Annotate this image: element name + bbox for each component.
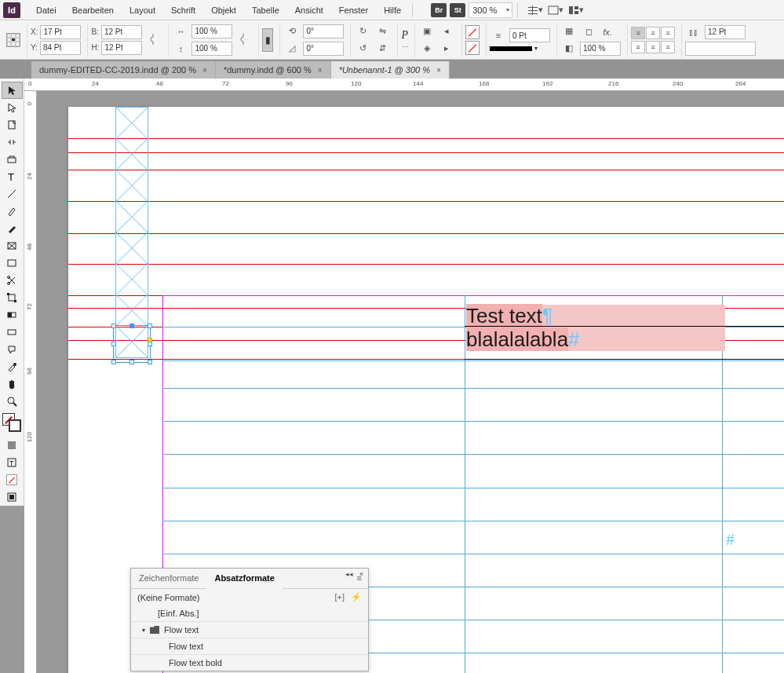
arrange-icon[interactable]: ▾: [567, 2, 585, 18]
format-text-icon[interactable]: T: [2, 454, 23, 471]
free-transform-tool[interactable]: [2, 289, 23, 306]
eyedropper-tool[interactable]: [2, 358, 23, 375]
apply-color-icon[interactable]: [2, 437, 23, 454]
constrain-icon[interactable]: [144, 32, 162, 48]
content-collector-tool[interactable]: [2, 151, 23, 168]
rotate-90cw-icon[interactable]: ↻: [354, 24, 371, 39]
clear-overrides-icon[interactable]: ⚡: [351, 592, 362, 602]
scalex-field[interactable]: 100 %: [191, 24, 232, 38]
stroke-weight-field[interactable]: 0 Pt: [509, 28, 550, 42]
screen-mode-tool[interactable]: [2, 488, 23, 506]
constrain-scale-icon[interactable]: [235, 32, 252, 48]
new-style-icon[interactable]: [+]: [334, 592, 345, 602]
selection-tool[interactable]: [2, 82, 23, 99]
style-flow-text-bold[interactable]: Flow text bold: [131, 655, 368, 671]
line-tool[interactable]: [2, 185, 23, 203]
reference-point[interactable]: [6, 33, 20, 47]
content-grabber-icon[interactable]: ▮: [262, 28, 273, 52]
shear-field[interactable]: 0°: [303, 42, 344, 56]
fill-stroke-swatch[interactable]: [2, 413, 21, 432]
menu-fenster[interactable]: Fenster: [331, 2, 376, 18]
flip-h-icon[interactable]: ⇋: [374, 24, 391, 39]
width-field[interactable]: 12 Pt: [101, 25, 142, 39]
select-container-icon[interactable]: ▣: [418, 24, 436, 39]
menu-objekt[interactable]: Objekt: [203, 2, 244, 18]
close-tab-icon[interactable]: ×: [318, 66, 323, 75]
pencil-tool[interactable]: [2, 220, 23, 237]
graphic-frame[interactable]: [115, 107, 148, 358]
apply-none-icon[interactable]: [2, 471, 23, 488]
rotate-90ccw-icon[interactable]: ↺: [354, 41, 371, 57]
select-prev-icon[interactable]: ◂: [438, 24, 455, 39]
text-frame[interactable]: Test text¶ blalalalabla#: [466, 305, 725, 351]
stroke-style[interactable]: [490, 46, 532, 51]
panel-tab-charstyles[interactable]: Zeichenformate: [131, 569, 206, 588]
chevron-down-icon[interactable]: ▾: [142, 627, 145, 634]
panel-collapse-icon[interactable]: ◂◂: [345, 570, 353, 578]
zoom-tool[interactable]: [2, 393, 23, 410]
close-tab-icon[interactable]: ×: [202, 66, 207, 75]
gradient-swatch-tool[interactable]: [2, 306, 23, 324]
document-tab-3[interactable]: *Unbenannt-1 @ 300 %×: [331, 61, 450, 79]
selection-bounds[interactable]: [113, 325, 151, 363]
align-top-icon[interactable]: ≡: [631, 41, 645, 53]
note-tool[interactable]: [2, 341, 23, 358]
gap-tool[interactable]: [2, 134, 23, 151]
hand-tool[interactable]: [2, 375, 23, 393]
panel-close-icon[interactable]: ×: [359, 570, 363, 578]
rotate-field[interactable]: 0°: [303, 24, 344, 38]
x-field[interactable]: 17 Pt: [40, 25, 81, 39]
align-right-icon[interactable]: ≡: [661, 27, 675, 39]
menu-datei[interactable]: Datei: [28, 2, 64, 18]
opacity-field[interactable]: 100 %: [580, 42, 621, 56]
menu-ansicht[interactable]: Ansicht: [287, 2, 331, 18]
align-left-icon[interactable]: ≡: [631, 27, 645, 39]
align-mid-icon[interactable]: ≡: [646, 41, 660, 53]
menu-schrift[interactable]: Schrift: [163, 2, 203, 18]
corner-icon[interactable]: ◻: [580, 24, 597, 40]
height-field[interactable]: 12 Pt: [101, 41, 142, 55]
menu-tabelle[interactable]: Tabelle: [244, 2, 287, 18]
align-center-icon[interactable]: ≡: [646, 27, 660, 39]
bridge-badge[interactable]: Br: [431, 3, 447, 17]
type-tool[interactable]: T: [2, 168, 23, 185]
columns-field[interactable]: 12 Pt: [705, 25, 746, 39]
rectangle-frame-tool[interactable]: [2, 237, 23, 254]
select-content-icon[interactable]: ◈: [418, 41, 436, 57]
gradient-feather-tool[interactable]: [2, 324, 23, 341]
vertical-ruler[interactable]: 0 24 48 72 96 120: [24, 79, 37, 673]
stroke-none-icon[interactable]: [465, 41, 480, 55]
menu-hilfe[interactable]: Hilfe: [376, 2, 409, 18]
menu-bearbeiten[interactable]: Bearbeiten: [64, 2, 122, 18]
zoom-select[interactable]: 300 %: [469, 2, 512, 18]
stock-badge[interactable]: St: [450, 3, 465, 17]
horizontal-ruler[interactable]: 0 24 48 72 96 120 144 168 192 216 240 26…: [24, 79, 784, 91]
svg-rect-19: [7, 293, 9, 295]
style-none[interactable]: (Keine Formate): [137, 593, 199, 602]
screen-mode-icon[interactable]: ▾: [547, 2, 564, 18]
view-options-icon[interactable]: ▾: [527, 2, 544, 18]
object-style-field[interactable]: [685, 42, 756, 56]
select-next-icon[interactable]: ▸: [438, 41, 455, 57]
fill-none-icon[interactable]: [465, 25, 480, 39]
style-basic[interactable]: [Einf. Abs.]: [131, 605, 368, 622]
paragraph-styles-panel[interactable]: ◂◂ × Zeichenformate Absatzformate ≡ (Kei…: [130, 568, 369, 671]
flip-v-icon[interactable]: ⇵: [374, 41, 391, 57]
document-tab-2[interactable]: *dummy.indd @ 600 %×: [216, 61, 331, 79]
page-tool[interactable]: [2, 116, 23, 134]
document-tab-1[interactable]: dummy-EDITED-CC-2019.indd @ 200 %×: [31, 61, 216, 79]
panel-tab-parastyles[interactable]: Absatzformate: [206, 569, 282, 589]
pen-tool[interactable]: [2, 203, 23, 220]
textwrap-none-icon[interactable]: ▦: [560, 24, 578, 39]
rectangle-tool[interactable]: [2, 254, 23, 272]
align-bot-icon[interactable]: ≡: [661, 41, 675, 53]
style-group-flowtext[interactable]: ▾ Flow text: [131, 622, 368, 638]
fx-icon[interactable]: fx.: [599, 24, 616, 40]
close-tab-icon[interactable]: ×: [436, 66, 441, 75]
menu-layout[interactable]: Layout: [122, 2, 163, 18]
style-flow-text[interactable]: Flow text: [131, 638, 368, 655]
scaley-field[interactable]: 100 %: [191, 42, 232, 56]
y-field[interactable]: 84 Pt: [40, 41, 81, 55]
direct-selection-tool[interactable]: [2, 99, 23, 116]
scissors-tool[interactable]: [2, 272, 23, 289]
